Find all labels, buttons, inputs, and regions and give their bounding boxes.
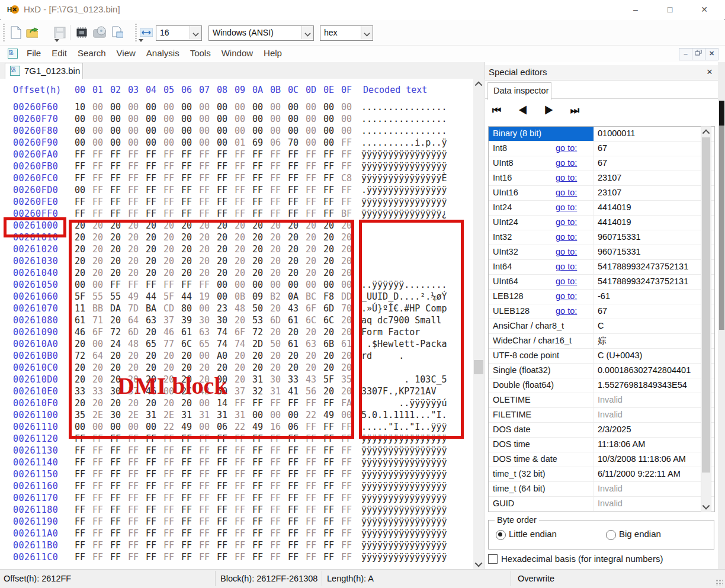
hex-byte[interactable]: 20 (181, 220, 193, 232)
inspector-value[interactable]: Invalid (598, 482, 623, 496)
hex-byte[interactable]: FF (127, 160, 139, 172)
hex-byte[interactable]: FF (74, 445, 86, 457)
hex-row[interactable]: 002610D020202020202020200020313033435F35… (0, 374, 473, 385)
hex-byte[interactable]: 63 (305, 338, 317, 350)
hex-byte[interactable]: 44 (145, 291, 157, 303)
hex-byte[interactable]: FF (270, 539, 281, 551)
hex-row[interactable]: 002610E03333303746002C4B5037323141562020… (0, 385, 473, 397)
hex-byte[interactable]: FF (163, 172, 175, 184)
hex-byte[interactable]: FF (198, 433, 210, 445)
hex-byte[interactable]: 50 (270, 338, 281, 350)
hex-byte[interactable]: FF (341, 539, 352, 551)
hex-byte[interactable]: 00 (145, 101, 157, 113)
hex-byte[interactable]: 00 (145, 113, 157, 125)
row-offset[interactable]: 00261150 (13, 468, 58, 480)
hex-byte[interactable]: FF (110, 504, 121, 516)
hex-row[interactable]: 002610A02000244865776C6574742D5061636B61… (0, 338, 473, 350)
hex-byte[interactable]: 20 (270, 303, 281, 314)
hex-byte[interactable]: 6C (323, 314, 335, 326)
hex-byte[interactable]: 06 (270, 137, 281, 149)
hex-byte[interactable]: FF (127, 149, 139, 160)
hex-byte[interactable]: 20 (252, 243, 264, 255)
row-offset[interactable]: 00261140 (13, 457, 58, 468)
row-offset[interactable]: 00261100 (13, 409, 58, 421)
row-offset[interactable]: 00261190 (13, 516, 58, 528)
hex-byte[interactable]: FF (270, 480, 281, 492)
hex-byte[interactable]: 0A (287, 291, 299, 303)
hex-byte[interactable]: 00 (74, 113, 86, 125)
tab-7g1-0123[interactable]: FDAO 7G1_0123.bin (5, 63, 83, 79)
row-offset[interactable]: 00260FC0 (13, 172, 58, 184)
hex-byte[interactable]: FF (270, 468, 281, 480)
hex-byte[interactable]: FF (216, 149, 228, 160)
inspector-value[interactable]: Invalid (598, 497, 623, 510)
inspector-value[interactable]: 23107 (598, 186, 621, 200)
hex-byte[interactable]: 43 (305, 374, 317, 385)
hex-byte[interactable]: FF (127, 433, 139, 445)
hex-byte[interactable]: FF (110, 539, 121, 551)
hex-byte[interactable]: 00 (110, 101, 121, 113)
hex-byte[interactable]: FF (110, 279, 121, 291)
hex-byte[interactable]: 20 (110, 362, 121, 374)
hex-byte[interactable]: FF (234, 172, 246, 184)
hex-byte[interactable]: 64 (127, 314, 139, 326)
hex-byte[interactable]: 20 (110, 350, 121, 362)
hex-byte[interactable]: FF (216, 468, 228, 480)
hex-byte[interactable]: FF (287, 528, 299, 539)
hex-byte[interactable]: 20 (74, 267, 86, 279)
hex-row[interactable]: 00260FC0FFFFFFFFFFFFFFFFFFFFFFFFFFFFFFC8… (0, 172, 473, 184)
hex-byte[interactable]: FF (92, 492, 104, 504)
hex-byte[interactable]: 20 (234, 243, 246, 255)
hex-byte[interactable]: 30 (216, 314, 228, 326)
hex-byte[interactable]: 20 (341, 385, 352, 397)
hex-byte[interactable]: 20 (341, 255, 352, 267)
hex-byte[interactable]: 20 (305, 267, 317, 279)
hex-byte[interactable]: 00 (305, 101, 317, 113)
hex-byte[interactable]: 00 (341, 113, 352, 125)
hex-byte[interactable]: 20 (92, 255, 104, 267)
row-decoded-text[interactable]: ÿÿÿÿÿÿÿÿÿÿÿÿÿÿÿ¿ (361, 208, 447, 220)
row-offset[interactable]: 002611C0 (13, 551, 58, 563)
hex-byte[interactable]: 19 (198, 291, 210, 303)
hex-byte[interactable]: 00 (74, 184, 86, 196)
hex-byte[interactable]: 7D (127, 303, 139, 314)
row-decoded-text[interactable]: 5.0.1.1111..."I. (361, 409, 447, 421)
hex-byte[interactable]: 61 (341, 338, 352, 350)
inspector-value[interactable]: 4414019 (598, 216, 631, 229)
hex-byte[interactable]: FF (341, 160, 352, 172)
hex-byte[interactable]: 22 (234, 421, 246, 433)
inspector-value[interactable]: 01000011 (598, 127, 635, 140)
row-decoded-text[interactable]: ÿÿÿÿÿÿÿÿÿÿÿÿÿÿÿÿ (361, 480, 447, 492)
hex-byte[interactable]: 20 (305, 232, 317, 243)
hex-byte[interactable]: C8 (341, 172, 352, 184)
hex-row[interactable]: 00260FD000FFFFFFFFFFFFFFFFFFFFFFFFFFFFFF… (0, 184, 473, 196)
hex-byte[interactable]: FA (341, 397, 352, 409)
hex-byte[interactable]: FF (74, 492, 86, 504)
hex-byte[interactable]: FF (252, 149, 264, 160)
hex-byte[interactable]: 74 (216, 338, 228, 350)
hex-byte[interactable]: 46 (74, 326, 86, 338)
row-decoded-text[interactable]: ..ÿÿÿÿÿÿ........ (361, 279, 447, 291)
hex-byte[interactable]: 20 (198, 267, 210, 279)
hex-row[interactable]: 0026108061712064633739303020536D616C6C20… (0, 314, 473, 326)
inspector-row[interactable]: FILETIMEInvalid (489, 408, 714, 423)
hex-byte[interactable]: FF (163, 433, 175, 445)
hex-byte[interactable]: FF (181, 149, 193, 160)
row-decoded-text[interactable]: ÿÿÿÿÿÿÿÿÿÿÿÿÿÿÿÿ (361, 433, 447, 445)
hex-byte[interactable]: 77 (163, 338, 175, 350)
hex-byte[interactable]: FF (252, 160, 264, 172)
row-decoded-text[interactable]: ÿÿÿÿÿÿÿÿÿÿÿÿÿÿÿÿ (361, 492, 447, 504)
hex-byte[interactable]: FF (234, 445, 246, 457)
hex-byte[interactable]: 00 (252, 101, 264, 113)
hex-byte[interactable]: 00 (252, 125, 264, 137)
hex-row[interactable]: 0026107011BBDA7DBACD800023485020436F6D70… (0, 303, 473, 314)
hex-byte[interactable]: FF (163, 528, 175, 539)
hex-byte[interactable]: 20 (163, 243, 175, 255)
hex-byte[interactable]: FF (145, 457, 157, 468)
maximize-button[interactable]: □ (656, 0, 684, 19)
hex-byte[interactable]: FF (270, 457, 281, 468)
hex-byte[interactable]: 20 (234, 362, 246, 374)
inspector-value[interactable]: Invalid (598, 393, 623, 407)
row-decoded-text[interactable]: ................ (361, 101, 447, 113)
hex-byte[interactable]: FF (287, 160, 299, 172)
